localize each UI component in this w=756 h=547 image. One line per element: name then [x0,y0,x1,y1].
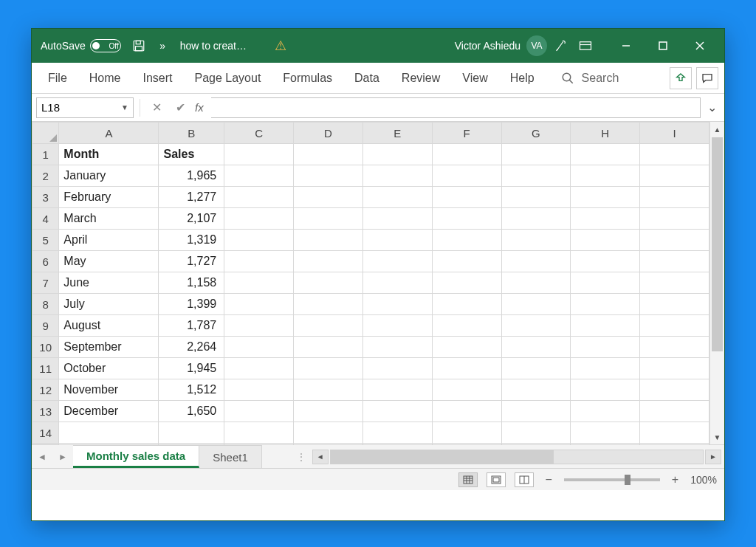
row-header[interactable]: 5 [32,230,59,251]
cell[interactable] [362,272,432,294]
cell[interactable] [501,187,571,208]
zoom-thumb[interactable] [625,475,630,485]
close-button[interactable] [681,29,718,63]
cell[interactable] [432,444,501,445]
row-header[interactable]: 8 [32,294,59,315]
row-header[interactable]: 14 [32,422,59,444]
tab-home[interactable]: Home [79,63,131,93]
cancel-formula-button[interactable]: ✕ [146,99,167,117]
tab-formulas[interactable]: Formulas [272,63,343,93]
cell[interactable]: 2,107 [159,208,224,230]
formula-input[interactable] [211,97,701,118]
cell[interactable] [571,144,640,165]
row-header[interactable]: 12 [32,379,59,401]
expand-formula-button[interactable]: ⌄ [704,100,720,114]
cell[interactable] [294,422,363,444]
cell[interactable] [294,315,363,337]
save-button[interactable] [130,37,148,55]
cell[interactable] [362,294,432,315]
cell[interactable]: June [59,272,159,294]
cell[interactable] [571,187,640,208]
cell[interactable] [362,358,432,379]
zoom-out-button[interactable]: − [543,473,555,486]
cell[interactable] [432,337,501,358]
row-header[interactable]: 9 [32,315,59,337]
cell[interactable] [294,358,363,379]
fx-icon[interactable]: fx [195,101,204,114]
cell[interactable] [501,401,571,422]
cell[interactable] [432,230,501,251]
col-header-b[interactable]: B [159,123,224,144]
col-header-d[interactable]: D [294,123,363,144]
autosave-toggle[interactable]: Off [90,39,121,52]
cell[interactable]: December [59,401,159,422]
document-title[interactable]: how to creat… [177,40,250,52]
cell[interactable] [501,230,571,251]
cell[interactable]: April [59,230,159,251]
cell[interactable] [501,379,571,401]
cell[interactable] [362,422,432,444]
tell-me-search[interactable]: Search [561,72,619,85]
row-header[interactable]: 4 [32,208,59,230]
scroll-down-icon[interactable]: ▼ [710,430,724,444]
row-header[interactable]: 6 [32,251,59,272]
tab-pagelayout[interactable]: Page Layout [184,63,271,93]
cell[interactable]: Month [59,144,159,165]
account-area[interactable]: Victor Ashiedu VA [455,35,547,56]
cell[interactable] [501,358,571,379]
cell[interactable] [362,379,432,401]
row-header[interactable]: 3 [32,187,59,208]
cell[interactable] [432,315,501,337]
cell[interactable] [640,422,709,444]
cell[interactable] [640,230,709,251]
hscroll-track[interactable] [330,450,704,464]
cell[interactable]: March [59,208,159,230]
cell[interactable] [362,144,432,165]
cell[interactable] [362,165,432,187]
tab-help[interactable]: Help [500,63,545,93]
sheet-nav-next[interactable]: ► [52,445,73,468]
sheet-nav-prev[interactable]: ◄ [32,445,52,468]
cell[interactable] [640,187,709,208]
minimize-button[interactable] [608,29,645,63]
row-header[interactable]: 13 [32,401,59,422]
cell[interactable] [362,337,432,358]
scroll-up-icon[interactable]: ▲ [710,122,724,137]
cell[interactable]: 1,787 [159,315,224,337]
col-header-e[interactable]: E [362,123,432,144]
more-qat-button[interactable]: » [154,37,171,55]
cell[interactable] [640,165,709,187]
cell[interactable] [640,251,709,272]
cell[interactable] [571,165,640,187]
share-button[interactable] [670,67,692,89]
tab-data[interactable]: Data [344,63,390,93]
cell[interactable]: 1,650 [159,401,224,422]
tab-file[interactable]: File [38,63,78,93]
new-sheet-button[interactable] [262,445,289,468]
cell[interactable] [571,251,640,272]
cell[interactable] [640,208,709,230]
cell[interactable] [294,208,363,230]
cell[interactable] [224,401,294,422]
cell[interactable] [159,422,224,444]
cell[interactable] [294,294,363,315]
zoom-in-button[interactable]: + [669,473,681,486]
cell[interactable]: 2,264 [159,337,224,358]
hscroll-right[interactable]: ► [705,450,721,464]
cell[interactable]: 1,399 [159,294,224,315]
cell[interactable] [362,315,432,337]
row-header[interactable]: 11 [32,358,59,379]
cell[interactable] [501,251,571,272]
cell[interactable] [224,187,294,208]
cell[interactable] [362,230,432,251]
cell[interactable] [362,208,432,230]
cell[interactable]: 1,512 [159,379,224,401]
col-header-a[interactable]: A [59,123,159,144]
cell[interactable] [432,358,501,379]
row-header[interactable]: 2 [32,165,59,187]
cell[interactable] [224,230,294,251]
select-all-corner[interactable] [32,123,59,144]
cell[interactable] [571,379,640,401]
cell[interactable] [432,144,501,165]
cell[interactable] [501,337,571,358]
